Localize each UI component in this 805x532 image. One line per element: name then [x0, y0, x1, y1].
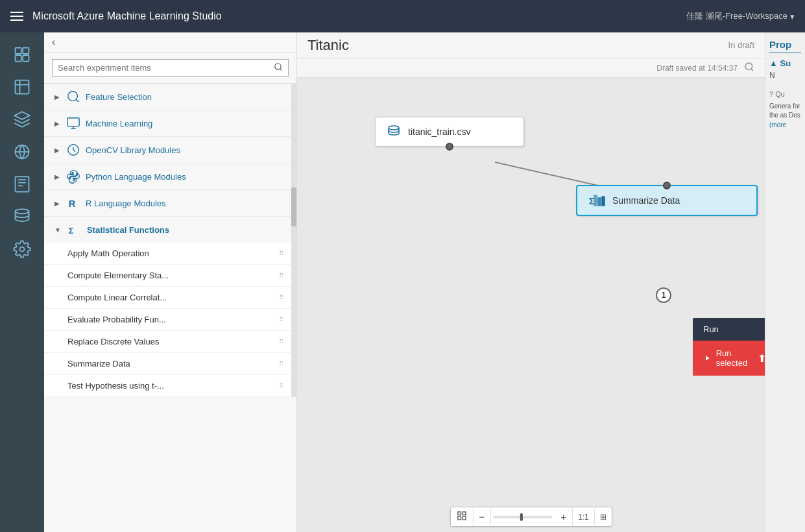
canvas-workspace[interactable]: titanic_train.csv Σ Summarize Data 1 — [297, 78, 765, 532]
feature-selection-icon — [66, 90, 80, 104]
menu-button[interactable] — [10, 12, 23, 21]
feature-selection-arrow: ▶ — [54, 93, 60, 101]
sidebar-scrollbar[interactable] — [291, 84, 296, 397]
sidebar-items-wrapper: ▶ Feature Selection ▶ Machine Learning — [44, 84, 296, 397]
canvas-svg — [297, 78, 765, 532]
context-menu: Run Run selected ⬆ — [693, 318, 765, 376]
drag-handle-evaluate-probability[interactable]: ⠿ — [279, 316, 283, 323]
sidebar-item-label-python: Python Language Modules — [86, 172, 186, 182]
python-icon — [66, 169, 80, 184]
sub-item-evaluate-probability[interactable]: Evaluate Probability Fun... ⠿ — [44, 309, 291, 331]
sub-item-replace-discrete[interactable]: Replace Discrete Values ⠿ — [44, 331, 291, 353]
sidebar-search-container — [44, 53, 296, 84]
svg-point-8 — [275, 64, 281, 69]
icon-bar-web-services[interactable] — [0, 136, 44, 167]
sidebar-item-label-machine-learning: Machine Learning — [86, 119, 152, 128]
csv-node-port-bottom[interactable] — [446, 143, 453, 151]
sidebar-item-opencv[interactable]: ▶ OpenCV Library Modules — [44, 137, 291, 163]
right-panel-question: ? Qu — [769, 90, 801, 98]
zoom-slider-track[interactable] — [494, 516, 552, 518]
svg-rect-3 — [23, 55, 29, 61]
cursor-indicator: ⬆ — [758, 352, 765, 365]
drag-handle-compute-elementary[interactable]: ⠿ — [279, 272, 283, 279]
icon-bar-settings[interactable] — [0, 234, 44, 265]
sidebar-item-statistical[interactable]: ▼ Σ Statistical Functions — [44, 217, 291, 243]
drag-handle-test-hypothesis[interactable]: ⠿ — [279, 382, 283, 389]
canvas-title: Titanic — [307, 37, 349, 54]
drag-handle-apply-math[interactable]: ⠿ — [279, 250, 283, 257]
sub-item-label-evaluate-probability: Evaluate Probability Fun... — [67, 315, 166, 324]
sidebar-scrollbar-thumb[interactable] — [291, 187, 296, 226]
sidebar-item-label-opencv: OpenCV Library Modules — [86, 145, 180, 155]
sub-item-compute-linear[interactable]: Compute Linear Correlat... ⠿ — [44, 287, 291, 309]
right-panel: Prop ▲ Su N ? Qu Genera for the as Des (… — [765, 32, 805, 532]
search-button[interactable] — [274, 62, 283, 73]
sub-item-label-test-hypothesis: Test Hypothesis using t-... — [67, 381, 164, 391]
svg-rect-24 — [598, 198, 601, 206]
python-arrow: ▶ — [54, 173, 60, 180]
search-box[interactable] — [52, 59, 289, 77]
sub-item-label-compute-linear: Compute Linear Correlat... — [67, 293, 167, 302]
r-language-icon: R — [66, 196, 80, 210]
svg-marker-30 — [706, 356, 710, 360]
sidebar-item-label-statistical: Statistical Functions — [87, 225, 169, 235]
sub-item-test-hypothesis[interactable]: Test Hypothesis using t-... ⠿ — [44, 375, 291, 397]
sub-item-label-summarize-data: Summarize Data — [67, 359, 130, 369]
svg-text:R: R — [69, 199, 76, 209]
icon-bar-trained-models[interactable] — [0, 104, 44, 135]
svg-rect-25 — [602, 197, 605, 206]
sub-item-compute-elementary[interactable]: Compute Elementary Sta... ⠿ — [44, 265, 291, 287]
svg-line-9 — [280, 69, 282, 71]
sidebar-item-machine-learning[interactable]: ▶ Machine Learning — [44, 110, 291, 137]
icon-bar-notebooks[interactable] — [0, 169, 44, 200]
sub-item-summarize-data[interactable]: Summarize Data ⠿ — [44, 353, 291, 375]
machine-learning-icon — [66, 116, 80, 130]
node-csv[interactable]: titanic_train.csv — [375, 117, 524, 147]
context-menu-run-selected-label: Run selected — [716, 348, 751, 368]
svg-line-19 — [751, 69, 753, 71]
drag-handle-compute-linear[interactable]: ⠿ — [279, 294, 283, 301]
svg-rect-27 — [463, 512, 466, 515]
svg-point-7 — [20, 247, 25, 252]
canvas-zoom-controls: − + 1:1 ⊞ — [450, 507, 612, 527]
right-panel-more[interactable]: (more — [769, 121, 801, 128]
zoom-fit-button[interactable] — [450, 507, 473, 526]
drag-handle-replace-discrete[interactable]: ⠿ — [279, 338, 283, 345]
sidebar-item-python[interactable]: ▶ Python Language Modules — [44, 163, 291, 190]
zoom-out-button[interactable]: − — [473, 508, 491, 526]
context-menu-run[interactable]: Run — [693, 318, 765, 341]
svg-rect-29 — [463, 516, 466, 520]
sub-item-label-replace-discrete: Replace Discrete Values — [67, 337, 159, 346]
user-menu[interactable]: 佳隆 瀬尾-Free-Workspace ▾ — [686, 10, 795, 22]
search-input[interactable] — [58, 63, 274, 73]
sub-items-statistical: Apply Math Operation ⠿ Compute Elementar… — [44, 243, 291, 397]
zoom-in-button[interactable]: + — [555, 508, 573, 526]
opencv-arrow: ▶ — [54, 147, 60, 154]
sidebar: ‹ ▶ Feature Sele — [44, 32, 297, 532]
summarize-node-icon: Σ — [588, 193, 606, 208]
right-panel-title: Prop — [769, 39, 801, 53]
canvas-search-icon[interactable] — [744, 62, 754, 74]
connector-badge: 1 — [656, 287, 671, 303]
sidebar-collapse[interactable]: ‹ — [44, 32, 296, 53]
right-panel-section: ▲ Su — [769, 58, 801, 68]
svg-rect-12 — [67, 118, 79, 127]
run-selected-icon — [704, 354, 711, 363]
canvas-status: In draft — [728, 40, 754, 50]
icon-bar-datasets[interactable] — [0, 39, 44, 70]
node-summarize[interactable]: Σ Summarize Data — [576, 185, 758, 216]
context-menu-run-selected[interactable]: Run selected ⬆ — [693, 341, 765, 376]
sidebar-item-feature-selection[interactable]: ▶ Feature Selection — [44, 84, 291, 110]
summarize-node-port-top[interactable] — [663, 182, 671, 189]
zoom-fit-icon[interactable]: ⊞ — [595, 509, 612, 525]
svg-rect-26 — [457, 512, 461, 515]
svg-line-11 — [76, 99, 78, 102]
sub-item-apply-math[interactable]: Apply Math Operation ⠿ — [44, 243, 291, 265]
sidebar-item-r-language[interactable]: ▶ R R Language Modules — [44, 190, 291, 217]
csv-node-label: titanic_train.csv — [408, 127, 470, 137]
summarize-node-label: Summarize Data — [612, 195, 680, 206]
canvas-header: Titanic In draft — [297, 32, 765, 58]
drag-handle-summarize-data[interactable]: ⠿ — [279, 360, 283, 367]
icon-bar-experiments[interactable] — [0, 71, 44, 103]
icon-bar-datasets2[interactable] — [0, 201, 44, 232]
